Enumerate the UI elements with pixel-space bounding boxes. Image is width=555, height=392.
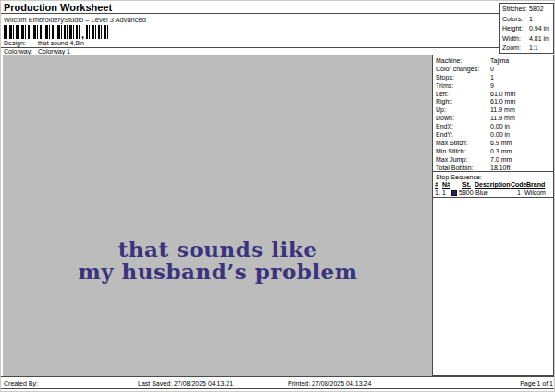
summary-value: 1 <box>529 15 533 25</box>
app-subtitle: Wilcom EmbroideryStudio – Level 3 Advanc… <box>4 16 146 24</box>
summary-label: Colors: <box>502 15 523 25</box>
machine-row: Machine: Tajima <box>433 57 553 66</box>
machine-label: Stops: <box>436 74 454 82</box>
machine-value: 0.00 in <box>490 123 510 131</box>
design-label: Design: <box>4 40 36 46</box>
design-text-line1: that sounds like <box>3 239 433 261</box>
machine-row: Left: 61.0 mm <box>433 91 553 99</box>
cell-needle: 1 <box>442 190 446 196</box>
colorway-label: Colorway: <box>4 48 36 55</box>
design-summary-box: Stitches: 5802 Colors: 1 Height: 0.94 in… <box>500 3 554 54</box>
cell-description: Blue <box>475 190 488 196</box>
design-text-line2: my husband’s problem <box>3 261 433 283</box>
machine-label: EndX: <box>436 123 453 131</box>
cell-brand: Wilcom <box>524 190 546 196</box>
machine-label: Min Stitch: <box>436 148 466 156</box>
stop-sequence-row-divider <box>433 197 553 198</box>
machine-label: Trims: <box>436 82 453 91</box>
machine-label: Max Jump: <box>436 156 467 165</box>
col-header-stitches: St. <box>462 181 471 188</box>
printed-text: Printed: 27/08/2025 04.13.24 <box>288 377 371 389</box>
machine-label: EndY: <box>436 131 453 140</box>
machine-value: 0 <box>490 66 494 74</box>
machine-value: 61.0 mm <box>490 98 515 106</box>
summary-height: Height: 0.94 in <box>500 24 553 34</box>
design-row-divider <box>1 47 500 48</box>
machine-row: Down: 11.9 mm <box>433 115 553 123</box>
machine-label: Right: <box>436 98 452 106</box>
machine-value: 7.0 mm <box>490 156 512 165</box>
cell-num: 1. <box>435 190 440 196</box>
created-by-label: Created By: <box>4 377 38 389</box>
machine-value: 9 <box>490 82 494 91</box>
machine-value: 11.9 mm <box>490 106 515 115</box>
machine-row: Right: 61.0 mm <box>433 98 553 106</box>
stop-sequence-header-row: # N# St. Description Code Brand <box>433 181 553 190</box>
page-title: Production Worksheet <box>4 2 112 13</box>
barcode-bars-left <box>4 25 80 39</box>
machine-label: Left: <box>436 91 449 99</box>
cell-stitches: 5800 <box>459 190 474 196</box>
colorway-value: Colorway 1 <box>38 48 70 55</box>
machine-row: Trims: 9 <box>433 82 553 91</box>
col-header-brand: Brand <box>526 181 545 188</box>
machine-row: Stops: 1 <box>433 74 553 82</box>
machine-row: Max Jump: 7.0 mm <box>433 156 553 165</box>
machine-value: 11.9 mm <box>490 115 515 123</box>
machine-value: 61.0 mm <box>490 91 515 99</box>
barcode-bars-right <box>86 25 108 39</box>
last-saved-text: Last Saved: 27/08/2025 04.13.21 <box>138 377 233 389</box>
summary-label: Stitches: <box>502 5 527 15</box>
summary-value: 0.94 in <box>529 24 549 34</box>
machine-row: Up: 11.9 mm <box>433 106 553 115</box>
col-header-description: Description <box>475 181 511 188</box>
machine-value: 6.9 mm <box>490 140 512 148</box>
summary-colors: Colors: 1 <box>500 15 553 25</box>
machine-value: 0.00 in <box>490 131 510 140</box>
summary-label: Height: <box>502 24 523 34</box>
stop-sequence-title: Stop Sequence: <box>436 174 482 180</box>
summary-stitches: Stitches: 5802 <box>500 5 553 15</box>
design-preview-canvas: that sounds like my husband’s problem <box>3 55 433 376</box>
production-worksheet-page: Production Worksheet Wilcom EmbroiderySt… <box>0 0 555 392</box>
title-divider <box>1 13 500 14</box>
barcode-separator: , <box>80 25 86 39</box>
machine-value: 0.3 mm <box>490 148 512 156</box>
design-barcode: , <box>4 25 108 39</box>
machine-label: Machine: <box>436 57 462 66</box>
design-name-row: Design: that sound 4,8in <box>4 40 84 46</box>
machine-info-box: Machine: Tajima Color changes: 0 Stops: … <box>432 55 554 172</box>
stop-sequence-box: Stop Sequence: # N# St. Description Code… <box>432 172 554 376</box>
thread-color-swatch <box>451 190 457 196</box>
machine-label: Color changes: <box>436 66 479 74</box>
colorway-row: Colorway: Colorway 1 <box>4 48 70 55</box>
summary-value: 5802 <box>529 5 544 15</box>
summary-value: 1:1 <box>529 43 538 54</box>
machine-label: Up: <box>436 106 446 115</box>
summary-zoom: Zoom: 1:1 <box>500 43 553 54</box>
embroidery-design-text: that sounds like my husband’s problem <box>3 239 433 283</box>
col-header-code: Code <box>511 181 527 188</box>
summary-label: Width: <box>502 34 521 44</box>
summary-width: Width: 4.81 in <box>500 34 553 44</box>
page-number: Page 1 of 1 <box>520 377 553 389</box>
col-header-num: # <box>435 181 438 188</box>
cell-code: 1 <box>517 190 521 196</box>
machine-label: Down: <box>436 115 454 123</box>
summary-label: Zoom: <box>502 43 521 54</box>
machine-row: Color changes: 0 <box>433 66 553 74</box>
machine-row: EndX: 0.00 in <box>433 123 553 131</box>
machine-row: Max Stitch: 6.9 mm <box>433 140 553 148</box>
machine-label: Max Stitch: <box>436 140 468 148</box>
machine-value: Tajima <box>490 57 509 66</box>
machine-row: Min Stitch: 0.3 mm <box>433 148 553 156</box>
design-value: that sound 4,8in <box>38 40 84 46</box>
col-header-needle: N# <box>442 181 450 188</box>
summary-value: 4.81 in <box>529 34 549 44</box>
machine-value: 1 <box>490 74 494 82</box>
machine-row: EndY: 0.00 in <box>433 131 553 140</box>
worksheet-footer: Created By: Last Saved: 27/08/2025 04.13… <box>1 376 555 389</box>
